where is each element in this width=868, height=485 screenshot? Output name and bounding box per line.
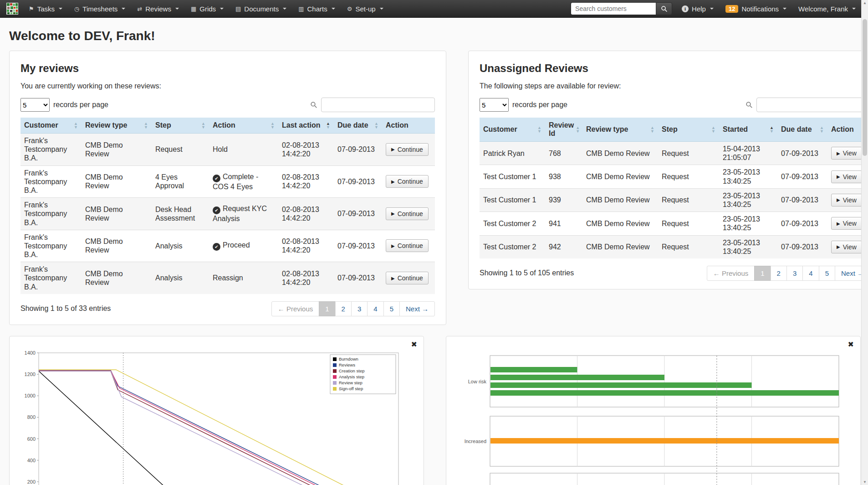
continue-button[interactable]: ▶ Continue — [386, 239, 429, 252]
view-button[interactable]: ▶ View — [831, 217, 862, 230]
column-header[interactable]: Last action ▲▼ — [278, 118, 334, 134]
pagination-page[interactable]: 2 — [335, 301, 352, 316]
panel-subtitle: You are currently working on these revie… — [20, 82, 435, 90]
cell-last-action: 02-08-2013 14:42:20 — [278, 262, 334, 294]
cell-review-id: 938 — [545, 165, 582, 188]
caret-down-icon — [332, 8, 335, 10]
table-row: Frank's Testcompany B.A. CMB Demo Review… — [20, 262, 435, 294]
pagination-page[interactable]: 1 — [319, 301, 335, 316]
caret-down-icon — [710, 8, 714, 10]
nav-user-menu[interactable]: Welcome, Frank — [792, 0, 862, 17]
pagination-previous[interactable]: ← Previous — [707, 266, 755, 281]
pagination-page[interactable]: 3 — [786, 266, 803, 281]
column-header[interactable]: Action ▲▼ — [209, 118, 278, 134]
cell-step: Request — [152, 134, 209, 166]
page-title: Welcome to DEV, Frank! — [9, 29, 859, 43]
column-header[interactable]: Started ▲▼ — [719, 118, 777, 142]
per-page-select[interactable]: 5 — [480, 98, 509, 112]
cell-review-id: 939 — [545, 188, 582, 212]
pagination-page[interactable]: 4 — [802, 266, 819, 281]
cell-customer: Test Customer 1 — [480, 165, 545, 188]
cell-customer: Test Customer 1 — [480, 188, 545, 212]
menu-icon: ⇄ — [137, 5, 142, 12]
continue-button[interactable]: ▶ Continue — [386, 175, 429, 188]
scroll-up-icon[interactable]: ▲ — [862, 1, 868, 5]
nav-reviews[interactable]: ⇄ Reviews — [131, 0, 185, 17]
play-icon: ▶ — [391, 243, 395, 248]
panel-title: Unassigned Reviews — [480, 62, 868, 75]
cell-review-type: CMB Demo Review — [582, 235, 658, 258]
records-per-page: 5 records per page — [480, 98, 567, 112]
column-header[interactable]: Step ▲▼ — [152, 118, 209, 134]
customer-search-input[interactable] — [571, 2, 656, 15]
vertical-scrollbar[interactable]: ▲ ▼ — [861, 0, 868, 485]
sort-icon: ▲▼ — [74, 122, 78, 129]
cell-last-action: 02-08-2013 14:42:20 — [278, 165, 334, 198]
cell-step: Desk Head Assessment — [152, 198, 209, 230]
cell-step: Analysis — [152, 262, 209, 294]
column-header[interactable]: Due date ▲▼ — [777, 118, 827, 142]
scrollbar-thumb[interactable] — [863, 19, 867, 156]
pagination-page[interactable]: 1 — [754, 266, 771, 281]
continue-button[interactable]: ▶ Continue — [386, 143, 429, 156]
cell-button: ▶ Continue — [382, 230, 435, 262]
nav-grids[interactable]: ▦ Grids — [185, 0, 230, 17]
per-page-select[interactable]: 5 — [20, 98, 50, 112]
column-header[interactable]: Review type ▲▼ — [582, 118, 658, 142]
view-button[interactable]: ▶ View — [831, 194, 862, 206]
panel-subtitle: The following steps are available for re… — [480, 82, 868, 90]
brand-logo[interactable] — [6, 3, 18, 15]
pagination-page[interactable]: 5 — [383, 301, 400, 316]
close-icon[interactable]: ✖ — [848, 340, 854, 349]
table-search-input[interactable] — [756, 98, 868, 112]
pagination-next[interactable]: Next → — [399, 301, 435, 316]
column-header[interactable]: Review type ▲▼ — [82, 118, 152, 134]
view-button[interactable]: ▶ View — [831, 147, 862, 160]
view-button[interactable]: ▶ View — [831, 241, 862, 253]
continue-button[interactable]: ▶ Continue — [386, 272, 429, 284]
menu-label: Grids — [199, 5, 216, 13]
help-label: Help — [692, 5, 706, 13]
pagination-page[interactable]: 4 — [367, 301, 383, 316]
column-header[interactable]: Customer ▲▼ — [20, 118, 82, 134]
view-button[interactable]: ▶ View — [831, 170, 862, 183]
nav-timesheets[interactable]: ◷ Timesheets — [68, 0, 131, 17]
column-header[interactable]: Action ▲▼ — [382, 118, 435, 134]
scroll-down-icon[interactable]: ▼ — [862, 480, 868, 484]
cell-started: 23-05-2013 13:40:25 — [719, 165, 777, 188]
column-header[interactable]: Review Id ▲▼ — [545, 118, 582, 142]
menu-label: Documents — [244, 5, 279, 13]
pagination-page[interactable]: 5 — [819, 266, 835, 281]
table-search-input[interactable] — [321, 98, 435, 112]
play-icon: ▶ — [837, 221, 840, 226]
search-icon — [661, 5, 668, 12]
svg-text:Reviews: Reviews — [339, 362, 355, 367]
cell-review-type: CMB Demo Review — [82, 262, 152, 294]
pagination-previous[interactable]: ← Previous — [271, 301, 320, 316]
column-header[interactable]: Due date ▲▼ — [334, 118, 382, 134]
menu-label: Reviews — [145, 5, 171, 13]
nav-charts[interactable]: ▥ Charts — [292, 0, 341, 17]
column-header[interactable]: Customer ▲▼ — [480, 118, 545, 142]
nav-help[interactable]: i Help — [676, 0, 720, 17]
cell-action: ✔Request KYC Analysis — [209, 198, 278, 230]
column-header[interactable]: Step ▲▼ — [658, 118, 719, 142]
cell-started: 15-04-2013 21:05:07 — [719, 142, 777, 165]
close-icon[interactable]: ✖ — [411, 340, 417, 349]
panel-title: My reviews — [20, 62, 435, 75]
nav-setup[interactable]: ⚙ Set-up — [341, 0, 389, 17]
cell-action: ✔Hold — [209, 134, 278, 166]
customer-search-button[interactable] — [656, 2, 672, 15]
nav-notifications[interactable]: 12 Notifications — [720, 0, 792, 17]
nav-tasks[interactable]: ⚑ Tasks — [23, 0, 68, 17]
caret-down-icon — [783, 8, 786, 10]
nav-documents[interactable]: ▤ Documents — [230, 0, 292, 17]
play-icon: ▶ — [391, 276, 395, 281]
cell-review-type: CMB Demo Review — [582, 188, 658, 212]
svg-text:1400: 1400 — [25, 350, 36, 356]
pagination-page[interactable]: 2 — [771, 266, 787, 281]
continue-button[interactable]: ▶ Continue — [386, 207, 429, 220]
cell-customer: Frank's Testcompany B.A. — [20, 198, 82, 230]
svg-text:Low risk: Low risk — [468, 378, 487, 384]
pagination-page[interactable]: 3 — [351, 301, 368, 316]
